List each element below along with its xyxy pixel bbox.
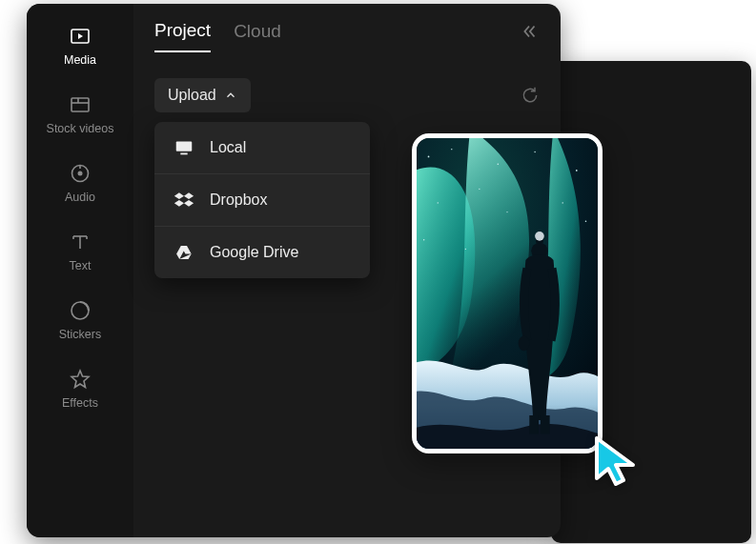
svg-point-25 bbox=[423, 239, 424, 240]
sidebar-item-label: Stickers bbox=[59, 328, 101, 341]
sidebar-item-label: Text bbox=[70, 259, 92, 272]
svg-point-15 bbox=[428, 156, 430, 158]
upload-option-label: Local bbox=[210, 139, 246, 156]
stickers-icon bbox=[67, 297, 93, 324]
svg-point-30 bbox=[519, 336, 530, 352]
sidebar-item-media[interactable]: Media bbox=[38, 17, 122, 72]
svg-rect-1 bbox=[72, 98, 89, 111]
tab-row: Project Cloud bbox=[154, 17, 540, 55]
text-icon bbox=[67, 229, 93, 255]
upload-button[interactable]: Upload bbox=[154, 78, 251, 112]
sidebar-item-label: Stock videos bbox=[47, 122, 114, 135]
upload-row: Upload bbox=[154, 78, 540, 112]
upload-dropdown: Local Dropbox Google Drive bbox=[154, 122, 370, 278]
tab-project[interactable]: Project bbox=[154, 20, 211, 52]
cursor-icon bbox=[591, 434, 643, 492]
svg-point-20 bbox=[562, 202, 563, 203]
sidebar-item-stickers[interactable]: Stickers bbox=[38, 292, 122, 347]
svg-point-24 bbox=[506, 212, 507, 212]
collapse-panel-button[interactable] bbox=[519, 21, 540, 42]
svg-point-5 bbox=[78, 171, 83, 176]
sidebar: Media Stock videos Audio bbox=[27, 4, 133, 537]
upload-option-local[interactable]: Local bbox=[154, 122, 370, 173]
sidebar-item-label: Effects bbox=[62, 396, 98, 410]
svg-point-22 bbox=[479, 189, 480, 190]
svg-rect-13 bbox=[180, 153, 187, 155]
sidebar-item-label: Audio bbox=[65, 191, 95, 204]
upload-option-dropbox[interactable]: Dropbox bbox=[154, 173, 370, 226]
tab-cloud[interactable]: Cloud bbox=[234, 21, 281, 51]
chevron-up-icon bbox=[224, 89, 237, 102]
dropbox-icon bbox=[174, 190, 194, 211]
svg-point-26 bbox=[465, 249, 466, 250]
upload-option-label: Dropbox bbox=[210, 191, 267, 209]
sidebar-item-effects[interactable]: Effects bbox=[38, 360, 122, 415]
upload-option-label: Google Drive bbox=[210, 244, 298, 261]
sidebar-item-audio[interactable]: Audio bbox=[38, 154, 122, 210]
media-thumbnail[interactable] bbox=[412, 133, 603, 453]
media-icon bbox=[67, 23, 93, 50]
sidebar-item-label: Media bbox=[64, 53, 96, 67]
svg-point-21 bbox=[438, 202, 439, 203]
svg-rect-12 bbox=[176, 142, 193, 151]
stock-videos-icon bbox=[67, 91, 93, 118]
upload-button-label: Upload bbox=[168, 87, 216, 104]
upload-option-google-drive[interactable]: Google Drive bbox=[154, 226, 370, 278]
audio-icon bbox=[67, 160, 93, 187]
sidebar-item-text[interactable]: Text bbox=[38, 223, 122, 278]
svg-point-18 bbox=[534, 151, 535, 152]
svg-point-16 bbox=[451, 149, 452, 150]
sidebar-item-stock-videos[interactable]: Stock videos bbox=[38, 86, 122, 141]
local-icon bbox=[174, 137, 194, 158]
google-drive-icon bbox=[174, 242, 194, 263]
svg-point-17 bbox=[498, 163, 500, 165]
svg-point-19 bbox=[576, 170, 578, 171]
effects-icon bbox=[67, 366, 93, 393]
svg-point-23 bbox=[585, 221, 587, 223]
svg-point-29 bbox=[535, 232, 544, 241]
refresh-button[interactable] bbox=[521, 86, 540, 105]
